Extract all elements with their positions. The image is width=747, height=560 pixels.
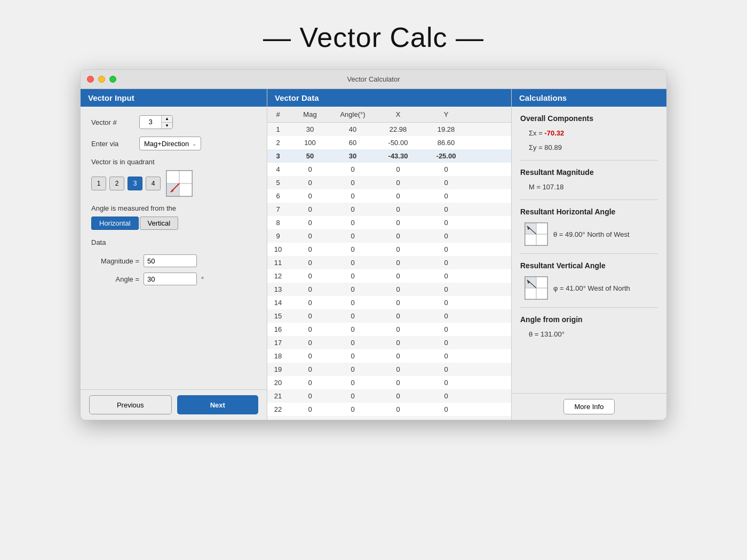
table-row[interactable]: 16 0 0 0 0: [267, 323, 511, 336]
cell-y: 86.60: [422, 138, 470, 148]
table-row[interactable]: 1 30 40 22.98 19.28: [267, 123, 511, 136]
left-footer: Previous Next: [81, 389, 267, 420]
table-row[interactable]: 2 100 60 -50.00 86.60: [267, 136, 511, 149]
left-panel: Vector Input Vector # 3 ▲ ▼ Enter via: [81, 89, 267, 420]
maximize-button[interactable]: [109, 76, 116, 83]
cell-y: 0: [422, 231, 470, 241]
resultant-mag-title: Resultant Magnitude: [520, 168, 658, 177]
next-button[interactable]: Next: [177, 395, 259, 414]
cell-num: 10: [267, 244, 289, 254]
table-row[interactable]: 12 0 0 0 0: [267, 269, 511, 283]
cell-mag: 0: [289, 258, 331, 268]
cell-y: 0: [422, 298, 470, 308]
enter-via-select[interactable]: Mag+Direction ⌄: [139, 137, 201, 150]
cell-mag: 0: [289, 364, 331, 374]
cell-mag: 0: [289, 284, 331, 294]
quadrant-2-button[interactable]: 2: [109, 177, 124, 190]
app-title: — Vector Calc —: [263, 21, 484, 53]
magnitude-label: Magnitude =: [91, 257, 139, 265]
cell-angle: 0: [331, 298, 374, 308]
table-row[interactable]: 7 0 0 0 0: [267, 203, 511, 216]
cell-y: 0: [422, 164, 470, 174]
table-row[interactable]: 5 0 0 0 0: [267, 176, 511, 189]
cell-x: 0: [374, 364, 422, 374]
toggle-horizontal-button[interactable]: Horizontal: [91, 217, 139, 230]
cell-angle: 0: [331, 271, 374, 281]
table-row[interactable]: 18 0 0 0 0: [267, 349, 511, 363]
cell-angle: 0: [331, 258, 374, 268]
cell-x: 0: [374, 338, 422, 348]
table-row[interactable]: 8 0 0 0 0: [267, 216, 511, 229]
cell-y: 0: [422, 311, 470, 321]
table-row[interactable]: 9 0 0 0 0: [267, 229, 511, 243]
cell-y: 0: [422, 324, 470, 334]
cell-num: 7: [267, 204, 289, 214]
horiz-angle-value: θ = 49.00° North of West: [553, 230, 630, 238]
angle-from-label: Angle is measured from the: [91, 204, 256, 212]
table-row[interactable]: 20 0 0 0 0: [267, 376, 511, 389]
middle-panel: Vector Data # Mag Angle(°) X Y 1 30 40 2…: [267, 89, 512, 420]
angle-input[interactable]: [144, 273, 197, 285]
table-row[interactable]: 23 0 0 0 0: [267, 416, 511, 420]
col-header-y: Y: [422, 109, 470, 119]
cell-mag: 30: [289, 124, 331, 134]
resultant-mag-value: M = 107.18: [520, 183, 658, 191]
minimize-button[interactable]: [98, 76, 105, 83]
vert-angle-value: φ = 41.00° West of North: [553, 284, 630, 292]
divider-2: [520, 199, 658, 200]
cell-mag: 0: [289, 391, 331, 401]
cell-num: 11: [267, 258, 289, 268]
table-row[interactable]: 3 50 30 -43.30 -25.00: [267, 149, 511, 163]
table-row[interactable]: 19 0 0 0 0: [267, 363, 511, 376]
cell-x: 0: [374, 204, 422, 214]
data-label: Data: [91, 238, 106, 246]
table-row[interactable]: 13 0 0 0 0: [267, 283, 511, 296]
title-bar: Vector Calculator: [81, 70, 666, 89]
vector-number-input[interactable]: 3 ▲ ▼: [139, 115, 173, 129]
cell-angle: 0: [331, 164, 374, 174]
cell-y: 0: [422, 378, 470, 388]
enter-via-label: Enter via: [91, 140, 134, 148]
quadrant-3-button[interactable]: 3: [128, 177, 142, 190]
table-row[interactable]: 22 0 0 0 0: [267, 403, 511, 416]
toggle-vertical-button[interactable]: Vertical: [140, 217, 179, 230]
table-row[interactable]: 6 0 0 0 0: [267, 189, 511, 203]
cell-x: 0: [374, 164, 422, 174]
quadrant-row: 1 2 3 4: [91, 170, 256, 197]
table-row[interactable]: 21 0 0 0 0: [267, 389, 511, 403]
stepper-down-arrow[interactable]: ▼: [162, 123, 172, 129]
close-button[interactable]: [87, 76, 94, 83]
cell-x: 0: [374, 378, 422, 388]
calc-content: Overall Components Σx = -70.32 Σy = 80.8…: [512, 107, 666, 393]
left-content: Vector # 3 ▲ ▼ Enter via Mag+Direction: [81, 107, 267, 389]
cell-x: -43.30: [374, 151, 422, 161]
cell-x: 0: [374, 311, 422, 321]
table-row[interactable]: 11 0 0 0 0: [267, 256, 511, 269]
enter-via-row: Enter via Mag+Direction ⌄: [91, 137, 256, 150]
cell-angle: 0: [331, 418, 374, 420]
table-row[interactable]: 14 0 0 0 0: [267, 296, 511, 309]
quadrant-section: Vector is in quadrant 1 2 3 4: [91, 158, 256, 197]
vector-number-stepper[interactable]: ▲ ▼: [161, 116, 172, 129]
table-row[interactable]: 10 0 0 0 0: [267, 243, 511, 256]
previous-button[interactable]: Previous: [89, 395, 172, 414]
quadrant-4-button[interactable]: 4: [146, 177, 161, 190]
table-row[interactable]: 15 0 0 0 0: [267, 309, 511, 323]
table-row[interactable]: 17 0 0 0 0: [267, 336, 511, 349]
cell-x: 0: [374, 391, 422, 401]
cell-y: 0: [422, 258, 470, 268]
cell-x: 0: [374, 298, 422, 308]
right-panel: Calculations Overall Components Σx = -70…: [512, 89, 666, 420]
table-row[interactable]: 4 0 0 0 0: [267, 163, 511, 176]
right-panel-header: Calculations: [512, 89, 666, 107]
table-body: 1 30 40 22.98 19.28 2 100 60 -50.00 86.6…: [267, 123, 511, 420]
more-info-button[interactable]: More Info: [563, 399, 615, 414]
cell-num: 16: [267, 324, 289, 334]
quadrant-1-button[interactable]: 1: [91, 177, 106, 190]
cell-y: 0: [422, 404, 470, 414]
middle-panel-header: Vector Data: [267, 89, 511, 107]
magnitude-input[interactable]: [144, 254, 197, 267]
cell-x: 0: [374, 244, 422, 254]
cell-mag: 0: [289, 404, 331, 414]
stepper-up-arrow[interactable]: ▲: [162, 116, 172, 123]
